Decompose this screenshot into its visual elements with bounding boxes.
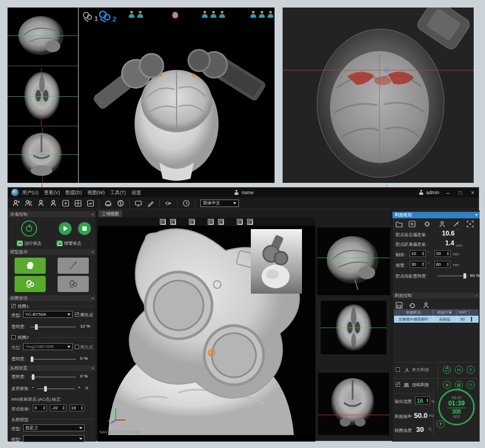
clock-icon[interactable] bbox=[182, 200, 190, 207]
section-coil-management[interactable]: 线圈管理▾ bbox=[8, 295, 96, 301]
section-stimulation-planning[interactable]: 刺激规划▾ bbox=[392, 212, 480, 218]
main-3d-view-top[interactable]: 1 2 bbox=[79, 8, 275, 183]
menu-tools[interactable]: 工具(T) bbox=[110, 189, 126, 196]
pen-icon[interactable] bbox=[147, 200, 154, 207]
coil2-type-select[interactable]: YingChiBY90R bbox=[23, 343, 73, 350]
person-icon-2[interactable] bbox=[50, 200, 57, 207]
focus-target-icon[interactable] bbox=[467, 220, 474, 227]
slider-knob[interactable] bbox=[35, 324, 38, 330]
single-stim-checkbox[interactable] bbox=[396, 367, 400, 372]
coil2-focus-checkbox[interactable] bbox=[75, 345, 79, 349]
3d-render-canvas[interactable]: Y X Z NAV MODE FOLLOW bbox=[97, 226, 315, 435]
origin-x-spinner[interactable]: 0 bbox=[33, 404, 47, 411]
spinner-arrows-icon[interactable] bbox=[43, 406, 45, 410]
report-box-icon[interactable] bbox=[87, 200, 94, 207]
brain-icon[interactable] bbox=[117, 200, 124, 207]
head-alpha-slider[interactable] bbox=[31, 376, 76, 378]
view-reset-cube-icon[interactable] bbox=[247, 219, 253, 225]
spinner-arrows-icon[interactable] bbox=[447, 252, 449, 255]
slice-axial-view[interactable] bbox=[321, 301, 386, 354]
slice-sagittal-view[interactable] bbox=[317, 227, 390, 295]
coil1-alpha-slider[interactable] bbox=[31, 326, 76, 328]
power-on-button[interactable] bbox=[21, 221, 37, 237]
show-coil2-model-button[interactable] bbox=[58, 276, 89, 292]
coil2-checkbox[interactable] bbox=[11, 335, 16, 339]
tab-3d-view[interactable]: 三维视图 bbox=[99, 210, 122, 217]
plug-icon[interactable] bbox=[165, 200, 172, 207]
menu-layout[interactable]: 视图(W) bbox=[87, 189, 105, 196]
head-view-trio-icon-2[interactable] bbox=[250, 11, 274, 18]
origin-z-spinner[interactable]: 19 bbox=[69, 404, 85, 411]
slider-knob[interactable] bbox=[32, 374, 34, 380]
view-top-cube-icon[interactable] bbox=[189, 219, 195, 225]
spinner-arrows-icon[interactable] bbox=[447, 262, 449, 266]
intensity-spinner[interactable]: 16 bbox=[415, 396, 430, 404]
continuous-play-button[interactable] bbox=[443, 381, 451, 389]
single-power-button[interactable] bbox=[443, 366, 451, 374]
patient-add-icon[interactable] bbox=[12, 200, 20, 207]
slider-knob[interactable] bbox=[44, 386, 47, 392]
add-target-icon[interactable] bbox=[409, 220, 416, 227]
head-top-view-icon[interactable] bbox=[172, 12, 178, 18]
slice-axial-thumb[interactable] bbox=[8, 66, 78, 125]
grid-box-icon[interactable] bbox=[74, 200, 82, 207]
inflate-slider[interactable] bbox=[37, 388, 75, 389]
slice-coronal-view[interactable] bbox=[318, 373, 389, 435]
minus-button[interactable]: − bbox=[32, 385, 34, 390]
patient-list-icon[interactable] bbox=[25, 200, 32, 207]
alarm-angle-spinner[interactable]: 30 bbox=[410, 261, 426, 268]
spinner-arrows-icon[interactable] bbox=[422, 262, 424, 266]
menu-user[interactable]: 用户(U) bbox=[22, 189, 39, 196]
single-swap-button[interactable] bbox=[455, 366, 463, 374]
plus-button[interactable]: + bbox=[78, 385, 81, 390]
head-view-trio-icon[interactable] bbox=[201, 11, 226, 18]
spinner-arrows-icon[interactable] bbox=[426, 399, 428, 402]
coil1-checkbox[interactable] bbox=[11, 304, 16, 308]
section-device-control[interactable]: 设备控制▾ bbox=[8, 211, 96, 217]
menu-settings[interactable]: 设置 bbox=[131, 189, 141, 196]
show-head-model-button[interactable] bbox=[15, 258, 46, 274]
coil-1-tracker-icon[interactable]: 1 bbox=[82, 11, 98, 23]
head-model-select[interactable] bbox=[23, 435, 85, 442]
section-stimulation-control[interactable]: 刺激控制× bbox=[392, 293, 480, 298]
slice-coronal-thumb[interactable] bbox=[8, 126, 78, 183]
show-probe-model-button[interactable] bbox=[58, 258, 89, 274]
spinner-arrows-icon[interactable] bbox=[62, 406, 65, 410]
view-front-cube-icon[interactable] bbox=[160, 219, 166, 225]
start-treatment-button[interactable] bbox=[59, 222, 72, 235]
target-table-row-selected[interactable]: 左侧背外侧前额叶 实验组 80 bbox=[394, 316, 479, 323]
folder-icon[interactable] bbox=[396, 220, 403, 227]
continuous-stim-checkbox[interactable] bbox=[396, 382, 400, 387]
spinner-arrows-icon[interactable] bbox=[81, 406, 83, 410]
menu-view[interactable]: 查看(V) bbox=[44, 189, 60, 196]
trigger-angle-spinner[interactable]: 10 bbox=[410, 250, 426, 257]
person-icon[interactable] bbox=[37, 200, 45, 207]
view-back-cube-icon[interactable] bbox=[170, 219, 176, 225]
head-view-pair-icon[interactable] bbox=[128, 11, 144, 18]
projection-alpha-slider[interactable] bbox=[438, 275, 468, 276]
close-button[interactable]: × bbox=[469, 190, 476, 196]
slice-sagittal-thumb[interactable] bbox=[8, 8, 78, 66]
stop-treatment-button[interactable] bbox=[78, 222, 91, 235]
sync-icon[interactable] bbox=[409, 301, 416, 308]
row-select-cell[interactable] bbox=[469, 316, 474, 323]
continuous-pause-button[interactable] bbox=[455, 381, 463, 389]
section-head-settings[interactable]: 头模设置▾ bbox=[8, 365, 96, 371]
language-select[interactable]: 简体中文 bbox=[200, 200, 239, 207]
menu-data[interactable]: 数据(D) bbox=[66, 189, 82, 196]
add-box-icon[interactable] bbox=[62, 200, 69, 207]
coil-preview-inset[interactable] bbox=[251, 229, 302, 294]
coil2-alpha-slider[interactable] bbox=[31, 359, 76, 360]
view-iso-cube-icon[interactable] bbox=[237, 219, 243, 225]
minimize-button[interactable]: – bbox=[444, 190, 452, 196]
user-plan-icon[interactable] bbox=[423, 301, 430, 308]
maximize-button[interactable]: □ bbox=[456, 190, 464, 196]
coil1-focus-checkbox[interactable] bbox=[75, 312, 79, 317]
single-record-button[interactable] bbox=[467, 366, 475, 374]
gear-icon[interactable] bbox=[424, 220, 431, 227]
monitor-icon[interactable] bbox=[135, 200, 142, 207]
trigger-distance-spinner[interactable]: 20 bbox=[434, 250, 451, 257]
continuous-record-button[interactable] bbox=[467, 381, 475, 389]
coil1-type-select[interactable]: YC-BY50A bbox=[23, 311, 73, 318]
section-model-display[interactable]: 模型显示▾ bbox=[8, 249, 96, 255]
